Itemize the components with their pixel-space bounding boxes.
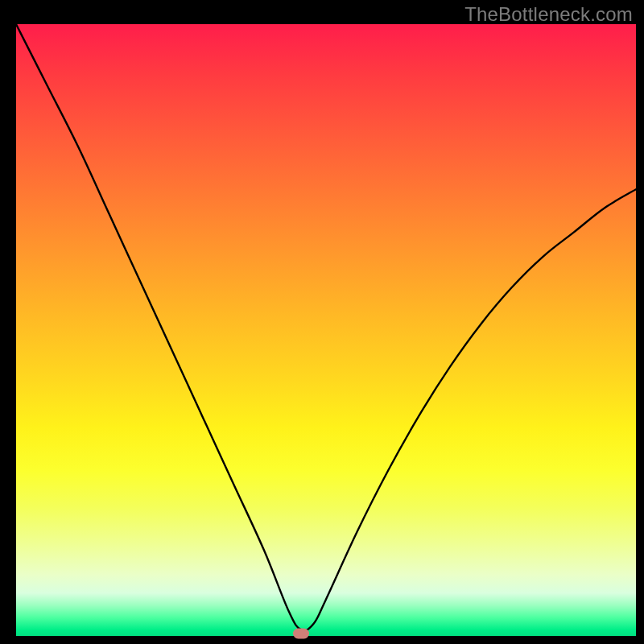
- chart-frame: TheBottleneck.com: [0, 0, 644, 644]
- bottleneck-curve: [16, 24, 636, 636]
- plot-area: [16, 24, 636, 636]
- watermark-text: TheBottleneck.com: [464, 3, 633, 26]
- optimum-marker: [293, 629, 309, 639]
